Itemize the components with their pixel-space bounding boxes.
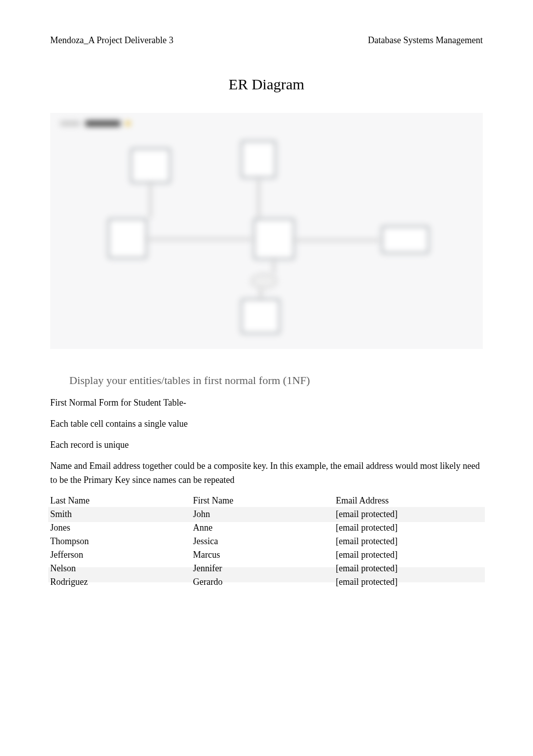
connector-line <box>150 183 151 218</box>
cell-firstname: Gerardo <box>193 575 335 589</box>
er-diagram-image <box>50 113 483 349</box>
page-title: ER Diagram <box>50 76 483 93</box>
cell-firstname: Jennifer <box>193 562 335 575</box>
cell-email: [email protected] <box>336 575 483 589</box>
table-row: Smith John [email protected] <box>50 508 483 521</box>
entity-box <box>241 299 280 334</box>
cell-lastname: Thompson <box>50 535 193 548</box>
cell-lastname: Jefferson <box>50 548 193 562</box>
cell-email: [email protected] <box>336 548 483 562</box>
header-left: Mendoza_A Project Deliverable 3 <box>50 35 173 46</box>
col-header-firstname: First Name <box>193 494 335 508</box>
page: Mendoza_A Project Deliverable 3 Database… <box>0 0 533 756</box>
cell-lastname: Smith <box>50 508 193 521</box>
placeholder-dot <box>125 121 130 126</box>
connector-line <box>147 238 252 240</box>
placeholder-chip <box>60 121 80 126</box>
cell-lastname: Rodriguez <box>50 575 193 589</box>
cell-firstname: Anne <box>193 521 335 535</box>
entity-box <box>381 226 429 254</box>
section-heading-row: Display your entities/tables in first no… <box>50 374 483 387</box>
table-row: Jones Anne [email protected] <box>50 521 483 535</box>
connector-line <box>273 260 275 274</box>
page-header: Mendoza_A Project Deliverable 3 Database… <box>50 35 483 46</box>
toolbar-placeholder <box>60 120 130 127</box>
paragraph: Each record is unique <box>50 438 483 452</box>
cell-email: [email protected] <box>336 521 483 535</box>
cell-lastname: Nelson <box>50 562 193 575</box>
connector-line <box>260 289 261 299</box>
relationship-oval <box>251 274 277 289</box>
connector-line <box>258 178 259 218</box>
cell-firstname: John <box>193 508 335 521</box>
cell-lastname: Jones <box>50 521 193 535</box>
section-heading: Display your entities/tables in first no… <box>69 374 310 387</box>
cell-firstname: Jessica <box>193 535 335 548</box>
placeholder-chip <box>85 120 120 127</box>
cell-email: [email protected] <box>336 508 483 521</box>
entity-box <box>130 148 171 183</box>
table-row: Nelson Jennifer [email protected] <box>50 562 483 575</box>
col-header-email: Email Address <box>336 494 483 508</box>
entity-box <box>253 218 295 260</box>
connector-line <box>295 239 380 241</box>
cell-email: [email protected] <box>336 562 483 575</box>
paragraph: Each table cell contains a single value <box>50 417 483 431</box>
col-header-lastname: Last Name <box>50 494 193 508</box>
table-row: Thompson Jessica [email protected] <box>50 535 483 548</box>
entity-box <box>241 141 276 178</box>
table-row: Rodriguez Gerardo [email protected] <box>50 575 483 589</box>
entity-box <box>108 218 147 259</box>
cell-email: [email protected] <box>336 535 483 548</box>
student-table: Last Name First Name Email Address Smith… <box>50 494 483 589</box>
table-row: Jefferson Marcus [email protected] <box>50 548 483 562</box>
table-header-row: Last Name First Name Email Address <box>50 494 483 508</box>
student-table-wrap: Last Name First Name Email Address Smith… <box>50 494 483 589</box>
cell-firstname: Marcus <box>193 548 335 562</box>
paragraph: Name and Email address together could be… <box>50 459 483 487</box>
paragraph: First Normal Form for Student Table- <box>50 396 483 410</box>
header-right: Database Systems Management <box>368 35 483 46</box>
